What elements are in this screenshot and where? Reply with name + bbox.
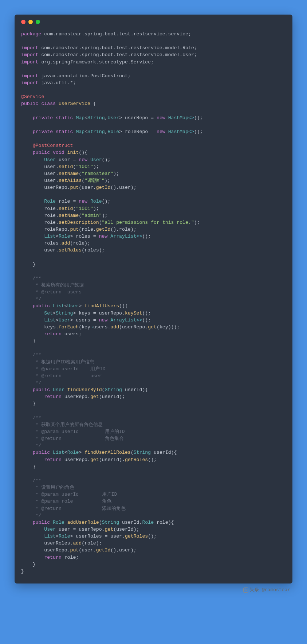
findroles-doc-2: @return 角色集合 [41,436,123,441]
addrole-doc-2: @param role 角色 [41,499,111,504]
addrole-doc-0: 设置用户的角色 [41,485,74,490]
addrole-doc-1: @param userId 用户ID [41,492,117,497]
user-name-literal: "ramostear" [82,171,113,176]
class-name: UserService [59,101,90,106]
close-icon[interactable] [21,20,25,24]
findall-doc-0: 检索所有的用户数据 [41,282,84,288]
import-1: com.ramostear.spring.boot.test.restservi… [41,52,194,58]
minimize-icon[interactable] [28,20,33,24]
role-desc-literal: "all permissions for this role." [102,220,194,225]
import-2: org.springframework.stereotype.Service [41,59,151,65]
findroles-doc-0: 获取某个用户的所有角色信息 [41,422,103,428]
role-name-literal: "admin" [82,213,102,218]
import-4: java.util.* [41,80,73,86]
findall-doc-1: @return users [41,289,82,295]
import-0: com.ramostear.spring.boot.test.restservi… [41,45,194,51]
user-id-literal: "1001" [76,164,93,169]
package-name: com.ramostear.spring.boot.test.restservi… [44,31,188,37]
code-window: package com.ramostear.spring.boot.test.r… [15,15,292,583]
watermark: 头头条 @ramostear [15,586,292,593]
init-annotation: @PostConstruct [33,143,73,148]
findroles-doc-1: @param userId 用户的ID [41,429,125,434]
watermark-prefix: 头条 [249,587,259,593]
watermark-handle: @ramostear [262,587,290,593]
findbyid-doc-1: @param userId 用户ID [41,366,105,372]
class-annotation: @Service [21,94,44,99]
maximize-icon[interactable] [36,20,40,24]
code-block: package com.ramostear.spring.boot.test.r… [21,31,286,575]
findbyid-doc-2: @return user [41,373,102,379]
addrole-doc-3: @return 添加的角色 [41,506,125,511]
user-alias-literal: "谭朝红" [84,178,105,183]
import-3: javax.annotation.PostConstruct [41,73,127,79]
role-id-literal: "1001" [76,206,93,211]
window-titlebar [21,20,286,24]
watermark-icon: 头 [243,588,248,593]
findbyid-doc-0: 根据用户ID检索用户信息 [41,359,94,365]
kw-package: package [21,31,41,37]
